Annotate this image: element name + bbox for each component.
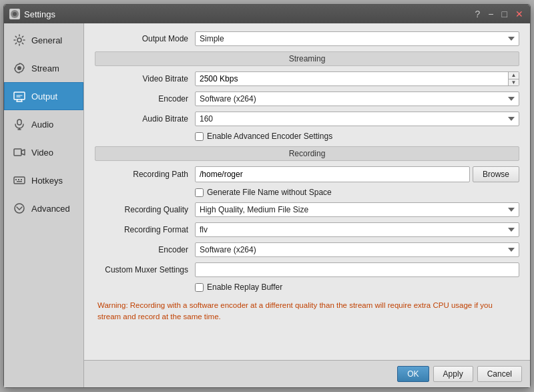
audio-icon — [13, 118, 26, 131]
enable-replay-row: Enable Replay Buffer — [95, 282, 519, 292]
svg-rect-8 — [15, 179, 17, 180]
advanced-icon — [13, 202, 26, 215]
sidebar: General Stream — [4, 23, 84, 387]
encoder-row: Encoder Software (x264) Hardware (NVENC)… — [95, 91, 519, 106]
encoder-label: Encoder — [95, 94, 195, 104]
recording-path-control: /home/roger Browse — [195, 166, 519, 182]
output-icon — [13, 89, 26, 103]
spinner-down-button[interactable]: ▼ — [509, 79, 519, 86]
apply-button[interactable]: Apply — [433, 366, 473, 382]
window-title: Settings — [24, 9, 55, 19]
recording-section-header: Recording — [95, 146, 519, 161]
titlebar-left: Settings — [9, 9, 55, 19]
minimize-button[interactable]: − — [487, 9, 495, 19]
generate-filename-label[interactable]: Generate File Name without Space — [195, 188, 332, 197]
help-button[interactable]: ? — [474, 9, 482, 19]
svg-point-3 — [17, 66, 21, 70]
encoder-control: Software (x264) Hardware (NVENC) Hardwar… — [195, 91, 519, 106]
svg-rect-6 — [14, 149, 21, 156]
panel-body: Output Mode Simple Advanced Streaming Vi… — [84, 23, 530, 360]
recording-format-control: flv mp4 mov mkv ts m3u8 — [195, 222, 519, 237]
recording-format-select[interactable]: flv mp4 mov mkv ts m3u8 — [195, 222, 519, 237]
recording-quality-select[interactable]: Same as stream High Quality, Medium File… — [195, 202, 519, 217]
svg-rect-11 — [17, 181, 22, 182]
sidebar-item-general[interactable]: General — [4, 26, 83, 54]
enable-replay-checkbox[interactable] — [195, 283, 204, 292]
output-mode-label: Output Mode — [95, 34, 195, 43]
spinner-up-button[interactable]: ▲ — [509, 72, 519, 79]
sidebar-label-output: Output — [31, 91, 57, 102]
enable-advanced-label[interactable]: Enable Advanced Encoder Settings — [195, 132, 332, 141]
enable-advanced-checkbox[interactable] — [195, 132, 204, 141]
sidebar-label-advanced: Advanced — [31, 204, 70, 214]
svg-point-12 — [15, 204, 24, 213]
svg-rect-10 — [21, 179, 22, 180]
sidebar-label-stream: Stream — [31, 63, 59, 73]
sidebar-item-video[interactable]: Video — [4, 138, 83, 166]
recording-quality-row: Recording Quality Same as stream High Qu… — [95, 202, 519, 217]
panel-footer: OK Apply Cancel — [84, 360, 530, 387]
recording-path-label: Recording Path — [95, 170, 195, 179]
audio-bitrate-label: Audio Bitrate — [95, 114, 195, 124]
sidebar-item-output[interactable]: Output — [4, 82, 83, 110]
enable-replay-label[interactable]: Enable Replay Buffer — [195, 282, 282, 292]
custom-muxer-control — [195, 262, 519, 277]
audio-bitrate-row: Audio Bitrate 64 96 128 160 192 256 320 — [95, 112, 519, 126]
video-bitrate-control: 2500 Kbps ▲ ▼ — [195, 71, 519, 86]
video-bitrate-input[interactable]: 2500 Kbps — [195, 71, 519, 86]
recording-quality-label: Recording Quality — [95, 205, 195, 214]
main-content: General Stream — [4, 23, 530, 387]
enable-advanced-row: Enable Advanced Encoder Settings — [95, 132, 519, 141]
recording-quality-control: Same as stream High Quality, Medium File… — [195, 202, 519, 217]
sidebar-item-advanced[interactable]: Advanced — [4, 194, 83, 222]
recording-path-row: Recording Path /home/roger Browse — [95, 166, 519, 182]
titlebar: Settings ? − □ ✕ — [4, 5, 530, 23]
output-mode-select[interactable]: Simple Advanced — [195, 31, 519, 46]
recording-path-wrapper: /home/roger Browse — [195, 166, 519, 182]
generate-filename-checkbox[interactable] — [195, 188, 204, 197]
panel: Output Mode Simple Advanced Streaming Vi… — [84, 23, 530, 387]
gear-icon — [13, 33, 26, 47]
stream-icon — [13, 61, 26, 75]
svg-point-2 — [17, 38, 21, 42]
audio-bitrate-control: 64 96 128 160 192 256 320 — [195, 112, 519, 126]
close-button[interactable]: ✕ — [514, 9, 525, 19]
sidebar-label-audio: Audio — [31, 120, 53, 130]
video-bitrate-label: Video Bitrate — [95, 74, 195, 83]
app-icon — [9, 9, 20, 19]
hotkeys-icon — [13, 174, 26, 187]
settings-window: Settings ? − □ ✕ General — [3, 4, 531, 388]
custom-muxer-label: Custom Muxer Settings — [95, 265, 195, 274]
generate-filename-row: Generate File Name without Space — [95, 188, 519, 197]
encoder2-control: Software (x264) Hardware (NVENC) Hardwar… — [195, 242, 519, 257]
output-mode-row: Output Mode Simple Advanced — [95, 31, 519, 46]
recording-path-input[interactable]: /home/roger — [195, 166, 470, 182]
warning-text: Warning: Recording with a software encod… — [95, 300, 519, 323]
maximize-button[interactable]: □ — [501, 9, 509, 19]
svg-rect-9 — [18, 179, 19, 180]
sidebar-item-audio[interactable]: Audio — [4, 110, 83, 138]
cancel-button[interactable]: Cancel — [477, 366, 522, 382]
sidebar-label-hotkeys: Hotkeys — [31, 176, 63, 186]
svg-point-1 — [13, 12, 17, 16]
browse-button[interactable]: Browse — [473, 166, 519, 182]
encoder-select[interactable]: Software (x264) Hardware (NVENC) Hardwar… — [195, 91, 519, 106]
recording-format-label: Recording Format — [95, 225, 195, 234]
custom-muxer-row: Custom Muxer Settings — [95, 262, 519, 277]
ok-button[interactable]: OK — [397, 366, 429, 382]
output-mode-control: Simple Advanced — [195, 31, 519, 46]
custom-muxer-input[interactable] — [195, 262, 519, 277]
sidebar-label-video: Video — [31, 148, 53, 158]
streaming-section-header: Streaming — [95, 51, 519, 66]
svg-rect-5 — [17, 120, 21, 125]
sidebar-item-stream[interactable]: Stream — [4, 54, 83, 82]
video-icon — [13, 146, 26, 159]
encoder2-select[interactable]: Software (x264) Hardware (NVENC) Hardwar… — [195, 242, 519, 257]
recording-format-row: Recording Format flv mp4 mov mkv ts m3u8 — [95, 222, 519, 237]
titlebar-controls: ? − □ ✕ — [474, 9, 525, 19]
encoder2-row: Encoder Software (x264) Hardware (NVENC)… — [95, 242, 519, 257]
encoder2-label: Encoder — [95, 245, 195, 254]
audio-bitrate-select[interactable]: 64 96 128 160 192 256 320 — [195, 112, 519, 126]
spinner-arrows: ▲ ▼ — [508, 72, 519, 85]
sidebar-item-hotkeys[interactable]: Hotkeys — [4, 166, 83, 194]
